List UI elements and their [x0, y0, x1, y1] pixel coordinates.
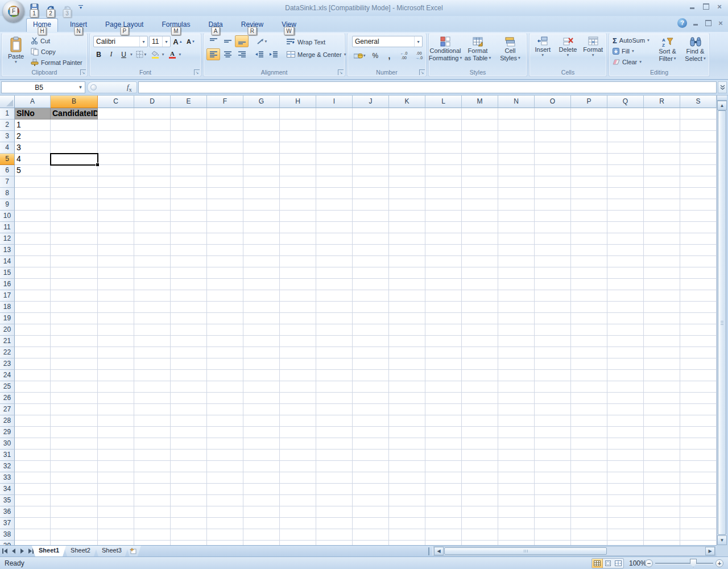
cell-P12[interactable]: [571, 233, 607, 245]
cell-Q3[interactable]: [607, 131, 644, 142]
cell-R27[interactable]: [644, 404, 680, 415]
cell-I27[interactable]: [316, 404, 353, 415]
cell-I30[interactable]: [316, 438, 353, 450]
cell-C15[interactable]: [98, 267, 134, 279]
bold-button[interactable]: B: [93, 49, 105, 60]
cell-K14[interactable]: [389, 256, 425, 267]
cell-J9[interactable]: [353, 199, 389, 211]
cell-H16[interactable]: [280, 279, 316, 290]
vertical-scroll-thumb[interactable]: [718, 110, 726, 535]
cell-K27[interactable]: [389, 404, 425, 415]
cell-C39[interactable]: [98, 541, 134, 545]
cell-C12[interactable]: [98, 233, 134, 245]
cell-M10[interactable]: [462, 211, 498, 222]
cell-I20[interactable]: [316, 324, 353, 336]
cell-B35[interactable]: [51, 495, 98, 506]
cell-I33[interactable]: [316, 472, 353, 484]
cell-K9[interactable]: [389, 199, 425, 211]
cell-A21[interactable]: [15, 336, 51, 347]
cell-B17[interactable]: [51, 290, 98, 302]
cell-F28[interactable]: [207, 415, 243, 427]
cell-P32[interactable]: [571, 461, 607, 472]
row-header-14[interactable]: 14: [0, 256, 15, 267]
cell-P27[interactable]: [571, 404, 607, 415]
cell-L11[interactable]: [425, 222, 462, 233]
row-header-37[interactable]: 37: [0, 518, 15, 529]
cell-R6[interactable]: [644, 165, 680, 176]
cell-K39[interactable]: [389, 541, 425, 545]
row-header-4[interactable]: 4: [0, 142, 15, 154]
row-header-38[interactable]: 38: [0, 529, 15, 541]
sort-filter-button[interactable]: AZ Sort & Filter▾: [653, 35, 681, 67]
cell-Q24[interactable]: [607, 370, 644, 381]
insert-function-button[interactable]: fx: [87, 81, 137, 93]
cell-N12[interactable]: [498, 233, 535, 245]
cell-G20[interactable]: [243, 324, 280, 336]
cell-F24[interactable]: [207, 370, 243, 381]
cell-K21[interactable]: [389, 336, 425, 347]
cell-R12[interactable]: [644, 233, 680, 245]
cell-F20[interactable]: [207, 324, 243, 336]
cell-O24[interactable]: [535, 370, 571, 381]
cell-S21[interactable]: [680, 336, 717, 347]
shrink-font-button[interactable]: A▼: [185, 36, 197, 47]
cell-A4[interactable]: 3: [15, 142, 51, 154]
cell-A14[interactable]: [15, 256, 51, 267]
cell-D32[interactable]: [134, 461, 171, 472]
cell-E24[interactable]: [171, 370, 207, 381]
cell-R3[interactable]: [644, 131, 680, 142]
row-header-33[interactable]: 33: [0, 472, 15, 484]
cell-D5[interactable]: [134, 154, 171, 165]
cell-S6[interactable]: [680, 165, 717, 176]
cell-N28[interactable]: [498, 415, 535, 427]
cell-Q13[interactable]: [607, 245, 644, 256]
cell-M11[interactable]: [462, 222, 498, 233]
cell-A9[interactable]: [15, 199, 51, 211]
cell-L31[interactable]: [425, 450, 462, 461]
cell-F19[interactable]: [207, 313, 243, 324]
cell-A26[interactable]: [15, 393, 51, 404]
cell-D27[interactable]: [134, 404, 171, 415]
cell-M15[interactable]: [462, 267, 498, 279]
page-layout-view-button[interactable]: [603, 559, 613, 568]
font-color-dropdown[interactable]: ▾: [179, 53, 181, 56]
cell-N33[interactable]: [498, 472, 535, 484]
cell-K24[interactable]: [389, 370, 425, 381]
cell-Q9[interactable]: [607, 199, 644, 211]
cell-Q18[interactable]: [607, 302, 644, 313]
autosum-button[interactable]: Σ AutoSum ▾: [611, 35, 653, 46]
cell-B24[interactable]: [51, 370, 98, 381]
cell-F22[interactable]: [207, 347, 243, 358]
cell-J3[interactable]: [353, 131, 389, 142]
format-painter-button[interactable]: Format Painter: [29, 57, 84, 68]
cell-G3[interactable]: [243, 131, 280, 142]
cell-P25[interactable]: [571, 381, 607, 393]
cell-F27[interactable]: [207, 404, 243, 415]
cell-D19[interactable]: [134, 313, 171, 324]
cell-N34[interactable]: [498, 484, 535, 495]
cell-M4[interactable]: [462, 142, 498, 154]
conditional-formatting-button[interactable]: Conditional Formatting▾: [429, 35, 461, 61]
cell-N14[interactable]: [498, 256, 535, 267]
cell-A15[interactable]: [15, 267, 51, 279]
cell-E31[interactable]: [171, 450, 207, 461]
cell-L37[interactable]: [425, 518, 462, 529]
cell-Q28[interactable]: [607, 415, 644, 427]
cell-R8[interactable]: [644, 188, 680, 199]
cell-R31[interactable]: [644, 450, 680, 461]
cell-C35[interactable]: [98, 495, 134, 506]
undo-button[interactable]: 2: [44, 2, 57, 13]
cell-J36[interactable]: [353, 506, 389, 518]
cell-D33[interactable]: [134, 472, 171, 484]
cell-D17[interactable]: [134, 290, 171, 302]
cell-M34[interactable]: [462, 484, 498, 495]
help-button[interactable]: ?: [677, 18, 687, 28]
cell-G37[interactable]: [243, 518, 280, 529]
cell-A1[interactable]: SlNo: [15, 108, 51, 119]
cell-N31[interactable]: [498, 450, 535, 461]
cell-P3[interactable]: [571, 131, 607, 142]
cell-P14[interactable]: [571, 256, 607, 267]
cell-A28[interactable]: [15, 415, 51, 427]
cell-H2[interactable]: [280, 119, 316, 131]
cell-Q20[interactable]: [607, 324, 644, 336]
